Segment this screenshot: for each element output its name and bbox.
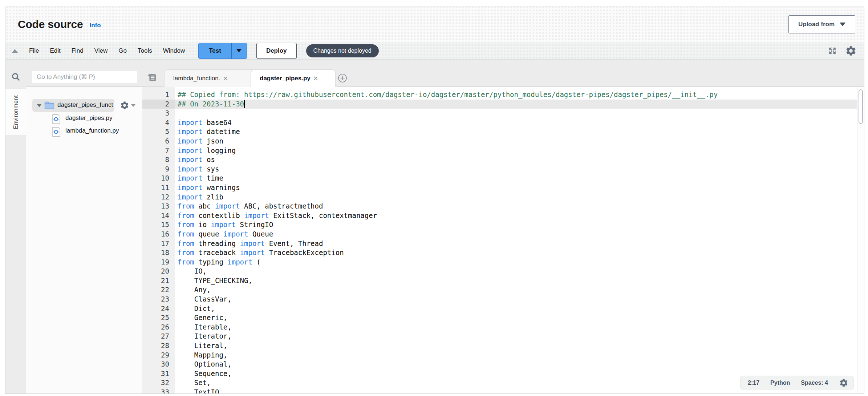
collapse-panel-icon[interactable] [12, 49, 18, 53]
code-line[interactable]: Dict, [178, 304, 864, 314]
code-line[interactable]: from queue import Queue [178, 230, 864, 239]
deploy-button[interactable]: Deploy [256, 43, 297, 59]
line-number[interactable]: 7 [142, 146, 175, 155]
close-tab-icon[interactable]: × [313, 74, 318, 82]
line-number[interactable]: 11 [142, 183, 175, 193]
code-line[interactable] [178, 109, 864, 118]
line-number[interactable]: 4 [142, 118, 175, 128]
code-line[interactable]: import time [178, 174, 864, 183]
code-line[interactable]: ## On 2023-11-30 [178, 100, 864, 109]
code-line[interactable]: from io import StringIO [178, 220, 864, 230]
new-tab-plus-icon[interactable] [337, 73, 348, 85]
line-number[interactable]: 13 [142, 202, 175, 211]
menu-tools[interactable]: Tools [132, 45, 158, 57]
code-line[interactable]: ClassVar, [178, 295, 864, 304]
line-number[interactable]: 18 [142, 248, 175, 258]
line-number[interactable]: 2 [142, 100, 175, 109]
line-number[interactable]: 23 [142, 295, 175, 304]
line-number[interactable]: 9 [142, 165, 175, 174]
scrollbar-thumb[interactable] [859, 89, 863, 124]
tree-settings-gear-icon[interactable] [120, 101, 135, 110]
menu-go[interactable]: Go [113, 45, 132, 57]
code-line[interactable]: import warnings [178, 183, 864, 193]
language-mode[interactable]: Python [770, 380, 790, 386]
info-link[interactable]: Info [90, 22, 101, 29]
code-line[interactable]: from abc import ABC, abstractmethod [178, 202, 864, 211]
upload-from-button[interactable]: Upload from [788, 15, 855, 33]
code-line[interactable]: Literal, [178, 341, 864, 351]
line-number[interactable]: 26 [142, 323, 175, 332]
code-line[interactable]: Iterable, [178, 323, 864, 332]
test-dropdown-button[interactable] [231, 43, 247, 58]
line-number[interactable]: 32 [142, 378, 175, 388]
indentation-setting[interactable]: Spaces: 4 [801, 380, 828, 386]
code-line[interactable]: import logging [178, 146, 864, 155]
menu-find[interactable]: Find [66, 45, 89, 57]
code-editor[interactable]: 1234567891011121314151617181920212223242… [142, 87, 864, 393]
folder-disclosure-icon[interactable] [37, 104, 42, 107]
code-line[interactable]: Iterator, [178, 332, 864, 341]
tree-file-lambda-function[interactable]: lambda_function.py [26, 126, 142, 137]
line-number[interactable]: 24 [142, 304, 175, 314]
close-tab-icon[interactable]: × [223, 74, 228, 82]
code-line[interactable]: import os [178, 155, 864, 165]
code-line[interactable]: from contextlib import ExitStack, contex… [178, 211, 864, 221]
line-number[interactable]: 1 [142, 90, 175, 100]
line-number[interactable]: 19 [142, 258, 175, 267]
code-line[interactable]: Any, [178, 285, 864, 295]
line-number[interactable]: 3 [142, 109, 175, 118]
code-line[interactable]: ## Copied from: https://raw.githubuserco… [178, 90, 864, 100]
code-line[interactable]: import datetime [178, 127, 864, 137]
fullscreen-icon[interactable] [828, 46, 837, 56]
editor-code[interactable]: ## Copied from: https://raw.githubuserco… [178, 87, 864, 393]
line-number[interactable]: 8 [142, 155, 175, 165]
line-number[interactable]: 10 [142, 174, 175, 183]
code-line[interactable]: Optional, [178, 360, 864, 369]
line-number[interactable]: 31 [142, 369, 175, 379]
line-number[interactable]: 15 [142, 220, 175, 230]
tab-list-icon[interactable] [147, 73, 157, 84]
tab-lambda-function[interactable]: lambda_function. × [164, 69, 258, 87]
code-line[interactable]: from threading import Event, Thread [178, 239, 864, 248]
code-line[interactable]: from traceback import TracebackException [178, 248, 864, 258]
settings-gear-icon[interactable] [845, 45, 857, 57]
status-settings-gear-icon[interactable] [839, 378, 848, 388]
editor-scrollbar[interactable] [857, 87, 864, 393]
tab-dagster-pipes[interactable]: dagster_pipes.py × [251, 69, 336, 87]
line-number[interactable]: 12 [142, 193, 175, 202]
editor-gutter[interactable]: 1234567891011121314151617181920212223242… [142, 87, 175, 393]
line-number[interactable]: 30 [142, 360, 175, 369]
code-line[interactable]: IO, [178, 267, 864, 276]
search-input[interactable] [32, 71, 137, 83]
test-button[interactable]: Test [199, 43, 231, 58]
code-line[interactable]: import base64 [178, 118, 864, 128]
line-number[interactable]: 5 [142, 127, 175, 137]
line-number[interactable]: 16 [142, 230, 175, 239]
cursor-position[interactable]: 2:17 [748, 380, 759, 386]
code-line[interactable]: TYPE_CHECKING, [178, 276, 864, 286]
code-line[interactable]: Generic, [178, 313, 864, 323]
menu-view[interactable]: View [89, 45, 113, 57]
line-number[interactable]: 22 [142, 285, 175, 295]
code-line[interactable]: from typing import ( [178, 258, 864, 267]
line-number[interactable]: 29 [142, 351, 175, 360]
tree-folder-row[interactable]: dagster_pipes_funct [26, 99, 142, 112]
menu-edit[interactable]: Edit [44, 45, 66, 57]
line-number[interactable]: 25 [142, 313, 175, 323]
line-number[interactable]: 14 [142, 211, 175, 221]
code-line[interactable]: import zlib [178, 193, 864, 202]
line-number[interactable]: 27 [142, 332, 175, 341]
code-line[interactable]: Mapping, [178, 351, 864, 360]
line-number[interactable]: 17 [142, 239, 175, 248]
menu-file[interactable]: File [24, 45, 44, 57]
code-line[interactable]: import json [178, 137, 864, 146]
tree-file-dagster-pipes[interactable]: dagster_pipes.py [26, 113, 142, 125]
line-number[interactable]: 28 [142, 341, 175, 351]
environment-tab[interactable]: Environment [5, 89, 27, 136]
line-number[interactable]: 33 [142, 388, 175, 393]
menu-window[interactable]: Window [158, 45, 190, 57]
line-number[interactable]: 20 [142, 267, 175, 276]
line-number[interactable]: 21 [142, 276, 175, 286]
line-number[interactable]: 6 [142, 137, 175, 146]
code-line[interactable]: import sys [178, 165, 864, 174]
